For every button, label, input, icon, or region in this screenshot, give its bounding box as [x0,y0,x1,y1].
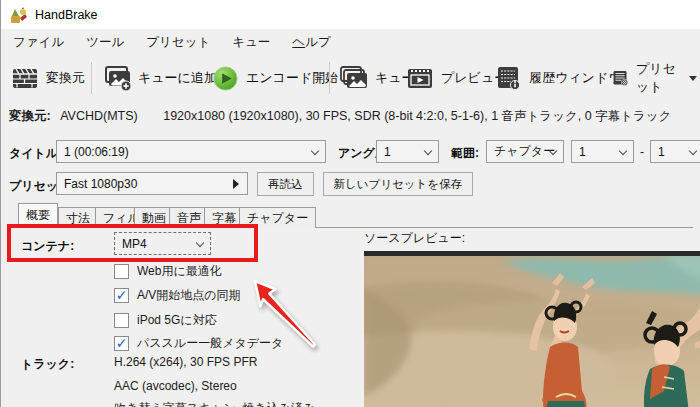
source-info-row: 変換元: AVCHD(MTS) 1920x1080 (1920x1080), 3… [9,108,699,125]
chevron-down-icon [311,147,319,155]
track-video: H.264 (x264), 30 FPS PFR [114,355,257,369]
presets-dropdown-arrow-icon[interactable] [689,76,697,81]
container-select[interactable]: MP4 [114,232,211,255]
reload-preset-button[interactable]: 再読込 [257,172,314,196]
checkbox-row-ipod5g: ✓ iPod 5Gに対応 [114,312,217,329]
tab-dimensions[interactable]: 寸法 [58,207,98,228]
angle-select[interactable]: 1 [376,140,439,163]
presets-icon [611,65,629,91]
range-separator: - [640,145,644,159]
title-label: タイトル: [9,145,62,162]
start-encode-play-icon [212,65,239,92]
title-select[interactable]: 1 (00:06:19) [56,140,326,163]
checkbox-label[interactable]: iPod 5Gに対応 [137,312,217,329]
activity-window-button[interactable]: 履歴ウィンドウ [490,59,626,97]
handbrake-app-icon [10,6,28,24]
container-label: コンテナ: [21,238,74,255]
checkbox-row-web-optimized: ✓ Web用に最適化 [114,263,222,280]
menu-presets[interactable]: プリセット [135,30,221,55]
start-encode-label: エンコード開始 [246,69,338,87]
add-to-queue-label: キューに追加 [138,69,217,87]
preset-buttons: 再読込 新しいプリセットを保存 [257,172,473,196]
title-bar: HandBrake [1,0,700,29]
source-info-label: 変換元: [9,109,51,123]
menu-queue[interactable]: キュー [221,30,281,55]
chevron-down-icon [196,239,204,247]
checkbox-av-align[interactable]: ✓ [114,288,129,303]
source-preview-label: ソースプレビュー: [364,230,465,247]
tab-chapters[interactable]: チャプター [239,207,316,228]
toolbar-separator [91,62,92,94]
menu-tools[interactable]: ツール [75,30,135,55]
checkbox-label[interactable]: パススルー一般メタデータ [137,335,283,352]
chevron-down-icon [689,147,697,155]
source-details: 1920x1080 (1920x1080), 30 FPS, SDR (8-bi… [163,109,671,123]
tab-video[interactable]: 動画 [134,207,174,228]
checkbox-passthru-metadata[interactable]: ✓ [114,336,129,351]
checkbox-label[interactable]: A/V開始地点の同期 [137,287,241,304]
presets-button[interactable]: プリセット [607,59,700,97]
open-source-label: 変換元 [46,69,85,87]
check-icon: ✓ [116,336,128,350]
preview-art [364,251,700,407]
checkbox-label[interactable]: Web用に最適化 [137,263,222,280]
range-label: 範囲: [451,145,479,162]
tracks-label: トラック: [21,356,74,373]
track-subtitle: 吹き替え字幕スキャン, 焼き込み済み [114,400,315,407]
preset-select[interactable]: Fast 1080p30 [56,172,248,195]
presets-label: プリセット [636,60,679,96]
clapperboard-icon [11,65,39,91]
checkbox-ipod5g[interactable]: ✓ [114,313,129,328]
menu-help[interactable]: ヘルプ [281,30,341,55]
arrow-right-icon [233,179,239,189]
checkbox-row-av-align: ✓ A/V開始地点の同期 [114,287,241,304]
checkbox-web-optimized[interactable]: ✓ [114,264,129,279]
start-encode-button[interactable]: エンコード開始 [208,59,342,97]
chevron-down-icon [619,147,627,155]
tab-subtitles[interactable]: 字幕 [204,207,244,228]
range-start-select[interactable]: 1 [571,140,634,163]
preview-filmstrip-icon [406,65,434,91]
menu-file[interactable]: ファイル [2,30,75,55]
toolbar-separator [329,62,330,94]
window-title: HandBrake [35,8,98,22]
handbrake-window: HandBrake ファイル ツール プリセット キュー ヘルプ 変換元 [0,0,700,407]
toolbar: 変換元 キューに追加 [1,55,700,101]
source-preview-image [364,251,700,407]
menu-bar: ファイル ツール プリセット キュー ヘルプ [1,29,700,55]
save-new-preset-button[interactable]: 新しいプリセットを保存 [323,172,474,196]
activity-log-icon [494,65,522,91]
chevron-down-icon [424,147,432,155]
track-audio: AAC (avcodec), Stereo [114,379,237,393]
checkbox-row-passthru-metadata: ✓ パススルー一般メタデータ [114,335,283,352]
range-end-select[interactable]: 1 [650,140,700,163]
add-to-queue-icon [103,65,131,91]
open-source-button[interactable]: 変換元 [7,59,89,97]
check-icon: ✓ [116,288,128,302]
tab-summary[interactable]: 概要 [18,203,58,228]
queue-icon [340,65,368,91]
tab-audio[interactable]: 音声 [169,207,209,228]
source-format: AVCHD(MTS) [60,109,138,123]
tab-strip: 概要 寸法 フィルタ 動画 音声 字幕 チャプター [1,203,700,228]
range-type-select[interactable]: チャプター [486,140,564,163]
